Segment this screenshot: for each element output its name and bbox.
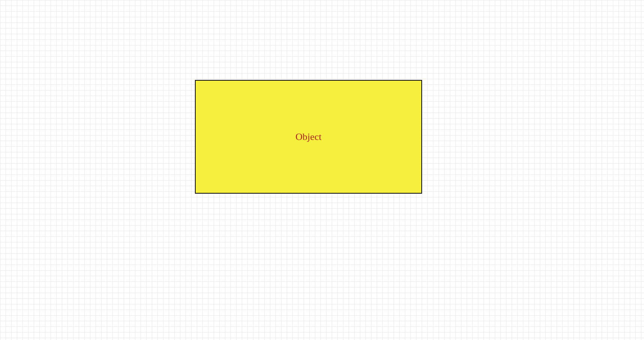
rectangle-shape-object[interactable]: Object (195, 80, 422, 194)
shape-label: Object (295, 131, 321, 143)
diagram-canvas[interactable]: Object (0, 0, 644, 340)
